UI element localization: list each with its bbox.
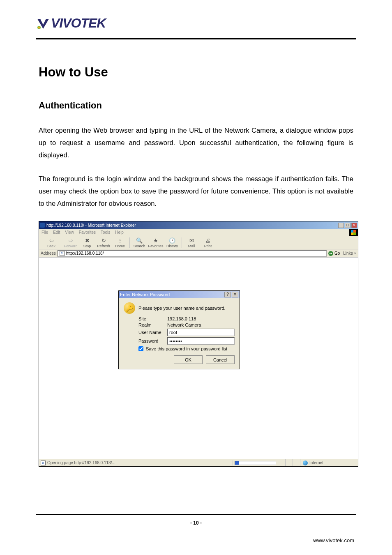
- username-label: User Name: [138, 330, 165, 335]
- browser-statusbar: Opening page http://192.168.0.118/... In…: [39, 459, 358, 466]
- dialog-title-text: Enter Network Password: [120, 292, 170, 297]
- menu-tools[interactable]: Tools: [101, 230, 110, 235]
- go-icon: ➜: [328, 251, 333, 256]
- username-input[interactable]: [167, 329, 235, 336]
- progress-bar: [235, 461, 276, 465]
- site-label: Site:: [138, 316, 165, 321]
- menu-help[interactable]: Help: [115, 230, 124, 235]
- print-button[interactable]: 🖨Print: [200, 237, 216, 248]
- dialog-help-button[interactable]: ?: [224, 292, 231, 297]
- internet-zone-icon: [303, 461, 308, 465]
- forward-button[interactable]: ⇨Forward: [63, 237, 78, 248]
- browser-viewport: Enter Network Password ? × 🔑 Please type…: [39, 258, 358, 459]
- status-cell: [286, 459, 293, 466]
- maximize-button[interactable]: □: [345, 223, 350, 228]
- page-header: VIVOTEK: [0, 0, 392, 31]
- content-area: How to Use Authentication After opening …: [0, 39, 392, 467]
- stop-button[interactable]: ✖Stop: [79, 237, 95, 248]
- paragraph-2: The foreground is the login window and t…: [39, 173, 353, 210]
- page-icon: [60, 251, 65, 256]
- logo-text: VIVOTEK: [51, 16, 106, 31]
- logo-mark-icon: [36, 16, 50, 30]
- address-label: Address: [41, 251, 56, 256]
- menu-file[interactable]: File: [42, 230, 48, 235]
- realm-label: Realm: [138, 322, 165, 327]
- page-number: - 10 -: [0, 520, 392, 526]
- search-button[interactable]: 🔍Search: [131, 237, 147, 248]
- minimize-button[interactable]: _: [338, 223, 344, 228]
- heading-how-to-use: How to Use: [39, 65, 353, 80]
- dialog-titlebar: Enter Network Password ? ×: [119, 291, 240, 298]
- refresh-button[interactable]: ↻Refresh: [96, 237, 111, 248]
- heading-authentication: Authentication: [39, 100, 353, 111]
- browser-titlebar: http://192.168.0.118/ - Microsoft Intern…: [39, 221, 358, 229]
- browser-menu-bar: File Edit View Favorites Tools Help: [39, 229, 358, 236]
- address-input[interactable]: http://192.168.0.118/: [58, 250, 327, 257]
- menu-favorites[interactable]: Favorites: [79, 230, 96, 235]
- ms-flag-icon: [349, 229, 358, 236]
- dialog-close-button[interactable]: ×: [232, 292, 238, 297]
- password-input[interactable]: [167, 337, 235, 345]
- browser-toolbar: ⇦Back ⇨Forward ✖Stop ↻Refresh ⌂Home 🔍Sea…: [39, 236, 358, 249]
- save-password-checkbox[interactable]: [138, 346, 143, 351]
- home-button[interactable]: ⌂Home: [112, 237, 128, 248]
- page-footer: - 10 - www.vivotek.com: [0, 514, 392, 543]
- ie-icon: [40, 223, 45, 228]
- save-password-label: Save this password in your password list: [146, 346, 227, 351]
- dialog-prompt: Please type your user name and password.: [138, 306, 226, 311]
- address-bar: Address http://192.168.0.118/ ➜ Go Links…: [39, 249, 358, 258]
- back-button[interactable]: ⇦Back: [41, 237, 62, 248]
- address-value: http://192.168.0.118/: [66, 251, 104, 256]
- status-cell: [293, 459, 300, 466]
- window-controls: _ □ ×: [338, 223, 357, 228]
- toolbar-separator-2: [182, 237, 182, 248]
- password-label: Password: [138, 339, 165, 343]
- status-cell: [278, 459, 286, 466]
- realm-value: Network Camera: [167, 322, 235, 327]
- footer-url: www.vivotek.com: [0, 537, 392, 543]
- menu-edit[interactable]: Edit: [53, 230, 60, 235]
- favorites-button[interactable]: ★Favorites: [148, 237, 164, 248]
- cancel-button[interactable]: Cancel: [206, 355, 235, 364]
- history-button[interactable]: 🕑History: [164, 237, 180, 248]
- close-button[interactable]: ×: [351, 223, 357, 228]
- auth-dialog: Enter Network Password ? × 🔑 Please type…: [118, 290, 240, 369]
- footer-divider: [36, 514, 356, 515]
- status-page-icon: [41, 461, 46, 465]
- links-button[interactable]: Links »: [343, 251, 356, 256]
- status-text: Opening page http://192.168.0.118/...: [47, 461, 115, 465]
- browser-window: http://192.168.0.118/ - Microsoft Intern…: [39, 221, 358, 467]
- ok-button[interactable]: OK: [174, 355, 203, 364]
- save-password-row[interactable]: Save this password in your password list: [138, 346, 235, 351]
- mail-button[interactable]: ✉Mail: [184, 237, 199, 248]
- zone-label: Internet: [309, 461, 323, 465]
- security-zone: Internet: [300, 461, 358, 465]
- progress-cell: [233, 459, 278, 466]
- paragraph-1: After opening the Web browser and typing…: [39, 124, 353, 161]
- logo: VIVOTEK: [36, 16, 392, 31]
- go-button[interactable]: ➜ Go: [328, 251, 340, 256]
- toolbar-separator: [129, 237, 130, 248]
- browser-title-text: http://192.168.0.118/ - Microsoft Intern…: [46, 223, 136, 228]
- keys-icon: 🔑: [124, 302, 135, 314]
- menu-view[interactable]: View: [65, 230, 74, 235]
- site-value: 192.168.0.118: [167, 316, 235, 321]
